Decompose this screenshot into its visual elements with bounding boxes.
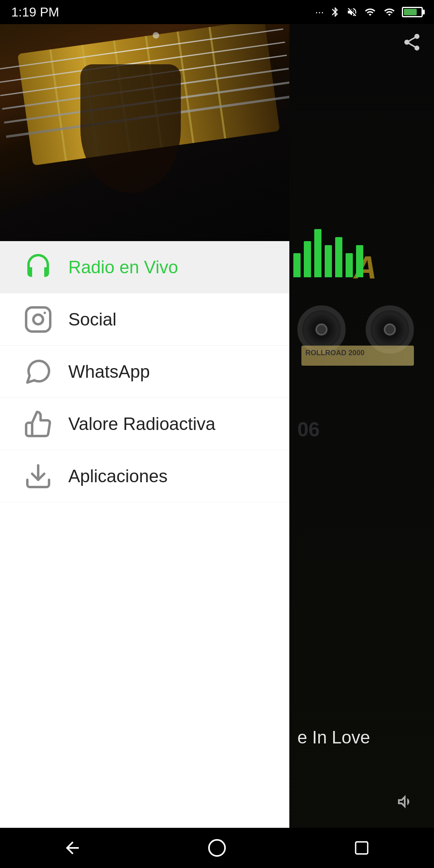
menu-label-whatsapp: WhatsApp (68, 362, 150, 382)
track-number: 06 (297, 418, 320, 441)
mute-icon (346, 6, 358, 18)
eq-bar-1 (293, 253, 301, 277)
whatsapp-icon (20, 354, 56, 390)
svg-rect-5 (356, 842, 368, 854)
hand-silhouette (80, 64, 181, 193)
song-title: e In Love (297, 727, 370, 747)
svg-point-1 (33, 315, 43, 324)
bottom-nav (0, 828, 434, 868)
volume-button[interactable] (394, 792, 414, 812)
menu-item-valore-radioactiva[interactable]: Valore Radioactiva (0, 398, 289, 450)
svg-point-4 (209, 840, 225, 856)
dots-icon: ··· (315, 6, 324, 18)
thumbsup-icon (20, 406, 56, 442)
menu-item-whatsapp[interactable]: WhatsApp (0, 346, 289, 398)
eq-bar-4 (325, 245, 332, 277)
menu-item-aplicaciones[interactable]: Aplicaciones (0, 450, 289, 502)
recent-apps-button[interactable] (346, 832, 378, 864)
download-icon (20, 458, 56, 494)
menu-label-radio-en-vivo: Radio en Vivo (68, 257, 178, 277)
menu-item-social[interactable]: Social (0, 293, 289, 346)
battery-indicator (402, 7, 423, 17)
status-bar: 1:19 PM ··· (0, 0, 434, 24)
svg-rect-0 (26, 307, 50, 332)
svg-point-2 (44, 311, 46, 314)
home-button[interactable] (201, 832, 233, 864)
eq-bar-7 (356, 245, 363, 277)
menu-label-valore-radioactiva: Valore Radioactiva (68, 414, 215, 434)
menu-label-social: Social (68, 309, 117, 330)
back-button[interactable] (56, 832, 88, 864)
eq-bar-6 (346, 253, 353, 277)
status-icons: ··· (315, 6, 423, 18)
eq-bar-3 (314, 229, 321, 277)
cassette-label-text: ROLLROAD 2000 (305, 349, 364, 357)
light-dot (153, 32, 159, 39)
eq-bar-2 (304, 241, 311, 277)
status-time: 1:19 PM (11, 5, 59, 20)
signal-icon (363, 6, 377, 18)
wifi-icon (383, 6, 396, 18)
equalizer (289, 225, 367, 281)
menu-label-aplicaciones: Aplicaciones (68, 466, 168, 486)
share-button[interactable] (402, 32, 422, 52)
bluetooth-icon (330, 6, 341, 18)
song-info: e In Love (289, 719, 434, 755)
menu-item-radio-en-vivo[interactable]: Radio en Vivo (0, 241, 289, 293)
instagram-icon (20, 301, 56, 338)
eq-bar-5 (335, 237, 342, 277)
menu-list: Radio en Vivo Social WhatsApp (0, 241, 289, 868)
drawer-header-image (0, 24, 289, 241)
headphones-icon (20, 249, 56, 285)
drawer-panel: Radio en Vivo Social WhatsApp (0, 24, 289, 868)
